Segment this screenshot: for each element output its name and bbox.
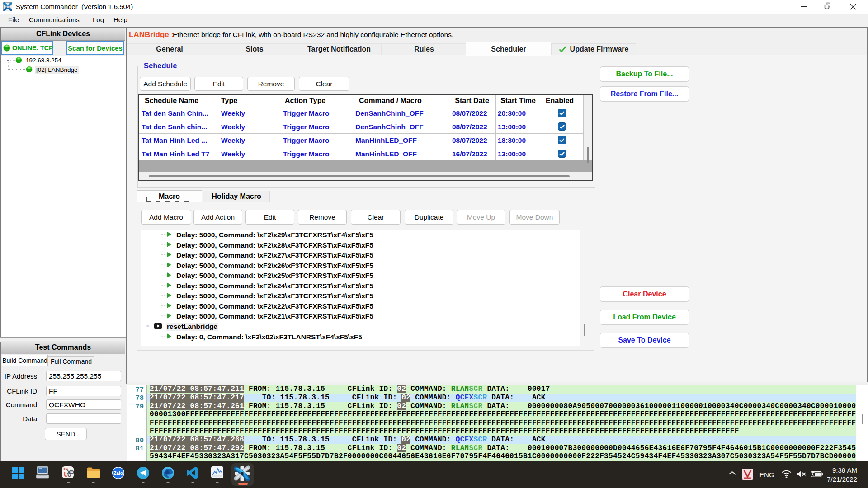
svg-text:9:38 AM: 9:38 AM (832, 466, 857, 474)
svg-text:Zalo: Zalo (113, 471, 123, 476)
svg-text:ENG: ENG (760, 471, 774, 479)
svg-text:7/21/2022: 7/21/2022 (827, 475, 857, 483)
